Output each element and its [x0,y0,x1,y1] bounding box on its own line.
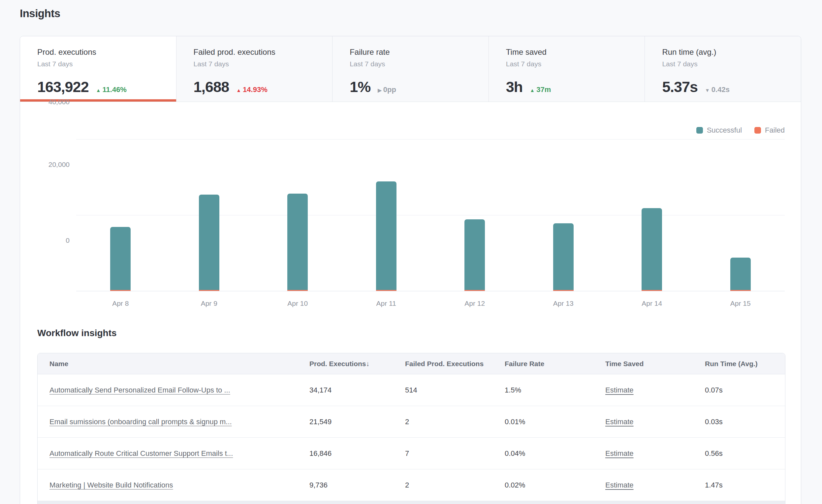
bar-slot-apr-13 [519,139,608,291]
metric-card-failed-prod-executions[interactable]: Failed prod. executions Last 7 days 1,68… [176,36,333,102]
metric-card-delta: ▲ 11.46% [96,85,127,94]
bar-failed-segment [553,290,573,291]
table-header-row: NameProd. Executions↓Failed Prod. Execut… [38,353,785,374]
metric-card-label: Time saved [506,47,645,57]
metric-cards-band: Prod. executions Last 7 days 163,922 ▲ 1… [20,36,801,102]
legend-swatch-icon [696,127,703,133]
bar-slot-apr-8 [76,139,165,291]
cell-prod-executions: 9,736 [309,481,405,489]
table-row: Automatically Send Personalized Email Fo… [38,374,785,406]
page-title: Insights [20,7,60,20]
x-axis-label: Apr 13 [519,300,608,308]
metric-card-label: Run time (avg.) [662,47,801,57]
metric-card-delta: ▶ 0pp [378,85,396,94]
metric-card-period: Last 7 days [662,60,801,68]
executions-chart: Successful Failed 0 20,000 40,000 [20,102,801,330]
bar-successful-segment [553,223,573,290]
bar-failed-segment [199,290,220,291]
column-header-time-saved[interactable]: Time Saved [605,360,705,368]
cell-run-time: 0.56s [705,449,785,458]
bar[interactable] [464,219,485,291]
cell-failure-rate: 0.04% [505,449,605,458]
bar-slot-apr-11 [342,139,431,291]
metric-card-run-time-avg-[interactable]: Run time (avg.) Last 7 days 5.37s ▼ 0.42… [645,36,801,102]
bar-failed-segment [376,290,396,291]
bar-failed-segment [287,290,308,291]
metric-card-prod-executions[interactable]: Prod. executions Last 7 days 163,922 ▲ 1… [20,36,176,102]
metric-card-delta-text: 14.93% [243,85,268,94]
bar[interactable] [110,227,131,291]
bar-failed-segment [730,290,751,291]
metric-card-delta-text: 0pp [383,85,396,94]
trend-up-icon: ▲ [236,87,241,93]
workflow-name-link[interactable]: Automatically Route Critical Customer Su… [49,449,233,458]
bar[interactable] [376,181,396,291]
cell-prod-executions: 21,549 [309,418,405,426]
x-axis-label: Apr 11 [342,300,431,308]
estimate-link[interactable]: Estimate [605,449,634,458]
metric-card-value: 1,688 [193,78,229,96]
table-row: Email sumissions (onboarding call prompt… [38,406,785,438]
column-header-name[interactable]: Name [38,360,309,368]
legend-swatch-icon [754,127,761,133]
metric-card-period: Last 7 days [37,60,176,68]
bar[interactable] [730,258,751,291]
bar[interactable] [199,194,220,291]
bar-successful-segment [110,227,131,290]
metric-card-label: Prod. executions [37,47,176,57]
column-header-prod-executions[interactable]: Prod. Executions↓ [309,360,405,368]
cell-failed-executions: 2 [405,481,505,489]
bar-successful-segment [376,181,396,290]
table-row: Automatically Route Critical Customer Su… [38,438,785,469]
workflow-name-link[interactable]: Automatically Send Personalized Email Fo… [49,386,230,394]
bar-failed-segment [464,290,485,291]
cell-failed-executions: 7 [405,449,505,458]
metric-card-delta: ▼ 0.42s [705,85,730,94]
bar[interactable] [553,223,573,291]
cell-prod-executions: 34,174 [309,386,405,395]
table-partial-next-row [38,501,785,504]
estimate-link[interactable]: Estimate [605,481,634,489]
metric-card-label: Failed prod. executions [193,47,333,57]
trend-flat-icon: ▶ [378,87,382,93]
metric-card-period: Last 7 days [193,60,333,68]
metric-card-delta: ▲ 14.93% [236,85,267,94]
estimate-link[interactable]: Estimate [605,386,634,394]
bar-slot-apr-12 [430,139,519,291]
cell-failed-executions: 2 [405,418,505,426]
bar-failed-segment [642,290,662,291]
x-axis-label: Apr 10 [253,300,342,308]
bar-successful-segment [730,258,751,290]
column-header-failed-prod-executions[interactable]: Failed Prod. Executions [405,360,505,368]
legend-item[interactable]: Failed [754,126,785,134]
estimate-link[interactable]: Estimate [605,418,634,426]
bar[interactable] [287,193,308,291]
x-axis-label: Apr 15 [696,300,785,308]
bar[interactable] [642,208,662,291]
bar-slot-apr-9 [165,139,254,291]
metric-card-value: 1% [350,78,370,96]
x-axis-label: Apr 9 [165,300,254,308]
x-axis-line [76,291,785,291]
cell-failed-executions: 514 [405,386,505,395]
workflow-name-link[interactable]: Email sumissions (onboarding call prompt… [49,418,232,426]
trend-up-icon: ▲ [530,87,535,93]
legend-item[interactable]: Successful [696,126,742,134]
bar-successful-segment [642,208,662,290]
x-axis-label: Apr 14 [607,300,696,308]
metric-card-time-saved[interactable]: Time saved Last 7 days 3h ▲ 37m [489,36,645,102]
workflow-insights-title: Workflow insights [37,328,117,339]
column-header-failure-rate[interactable]: Failure Rate [505,360,605,368]
x-axis-label: Apr 12 [430,300,519,308]
bar-successful-segment [464,219,485,290]
bar-slot-apr-10 [253,139,342,291]
metric-card-delta: ▲ 37m [530,85,551,94]
column-header-run-time-avg-[interactable]: Run Time (Avg.) [705,360,785,368]
metric-card-failure-rate[interactable]: Failure rate Last 7 days 1% ▶ 0pp [333,36,489,102]
bar-slot-apr-14 [607,139,696,291]
workflow-name-link[interactable]: Marketing | Website Build Notifications [49,481,173,489]
cell-run-time: 0.03s [705,418,785,426]
y-axis-tick-40000: 40,000 [20,98,70,106]
bar-slot-apr-15 [696,139,785,291]
cell-run-time: 1.47s [705,481,785,489]
